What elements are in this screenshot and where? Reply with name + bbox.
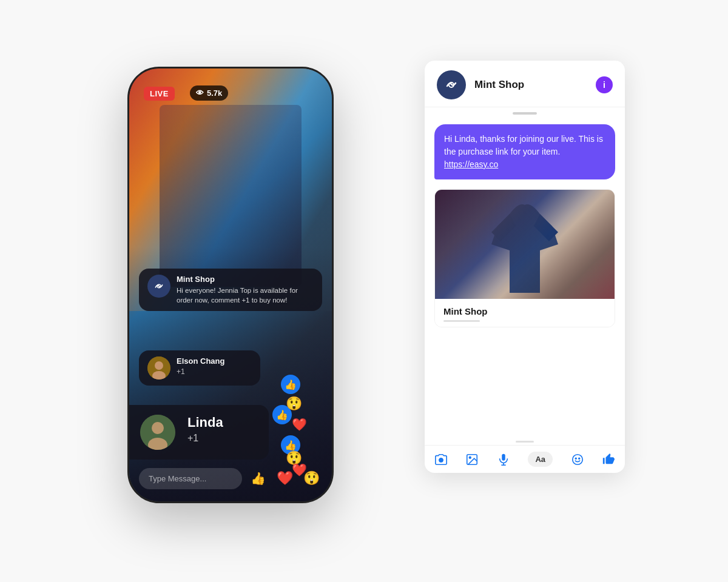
svg-point-3 xyxy=(155,361,163,370)
emoji-toolbar-icon[interactable] xyxy=(571,453,584,466)
text-input-button[interactable]: Aa xyxy=(528,452,553,467)
phone-volume-down-button xyxy=(127,221,129,255)
messenger-message-text: Hi Linda, thanks for joining our live. T… xyxy=(444,134,603,156)
messenger-messages-area: Hi Linda, thanks for joining our live. T… xyxy=(425,119,625,438)
svg-point-6 xyxy=(152,422,164,434)
image-toolbar-icon[interactable] xyxy=(465,453,479,466)
thumbsup-react-button[interactable]: 👍 xyxy=(247,467,269,489)
viewers-count: 5.7k xyxy=(207,89,222,98)
reaction-thumbsup-1: 👍 xyxy=(281,375,300,394)
elson-chat-name: Elson Chang xyxy=(177,356,252,366)
thumbsup-toolbar-icon[interactable] xyxy=(602,453,615,466)
live-badge: LIVE xyxy=(144,87,175,101)
product-name: Mint Shop xyxy=(443,306,606,316)
emoji-heart-2: ❤️ xyxy=(292,463,307,477)
info-button[interactable]: i xyxy=(596,76,613,93)
messenger-card: Mint Shop i Hi Linda, thanks for joining… xyxy=(425,61,625,473)
eye-icon: 👁 xyxy=(196,89,204,98)
linda-chat-bubble: Linda +1 xyxy=(129,405,269,460)
elson-chat-bubble: Elson Chang +1 xyxy=(139,350,260,386)
scene: LIVE 👁 5.7k Mint Shop Hi everyone! Jenn xyxy=(91,42,637,540)
mint-shop-chat-content: Mint Shop Hi everyone! Jennia Top is ava… xyxy=(177,275,314,305)
mic-toolbar-icon[interactable] xyxy=(497,453,510,466)
linda-chat-name: Linda xyxy=(187,415,223,430)
emoji-heart-1: ❤️ xyxy=(292,417,307,432)
bottom-scroll-indicator xyxy=(516,441,534,443)
svg-point-11 xyxy=(439,458,443,462)
svg-point-13 xyxy=(470,457,471,458)
viewers-badge: 👁 5.7k xyxy=(190,85,228,101)
mint-shop-avatar xyxy=(147,275,170,298)
phone-screen: LIVE 👁 5.7k Mint Shop Hi everyone! Jenn xyxy=(129,69,332,501)
scroll-indicator xyxy=(513,112,537,115)
elson-chat-content: Elson Chang +1 xyxy=(177,356,252,376)
phone-power-button xyxy=(332,166,334,208)
linda-chat-content: Linda +1 xyxy=(187,415,223,444)
messenger-shop-name: Mint Shop xyxy=(474,79,587,91)
product-label: Mint Shop xyxy=(435,299,615,327)
product-image xyxy=(435,190,615,299)
product-card: Mint Shop xyxy=(434,189,615,327)
messenger-toolbar[interactable]: Aa xyxy=(425,445,625,473)
mint-shop-chat-bubble: Mint Shop Hi everyone! Jennia Top is ava… xyxy=(139,269,322,311)
purchase-link[interactable]: https://easy.co xyxy=(444,159,498,169)
svg-point-18 xyxy=(575,458,576,459)
linda-chat-plus: +1 xyxy=(187,433,223,444)
linda-avatar xyxy=(140,415,175,450)
emoji-wow-1: 😲 xyxy=(286,396,302,412)
phone-mute-button xyxy=(127,147,129,172)
elson-avatar xyxy=(147,356,170,380)
camera-toolbar-icon[interactable] xyxy=(434,453,448,466)
phone-mockup: LIVE 👁 5.7k Mint Shop Hi everyone! Jenn xyxy=(127,67,334,503)
messenger-message-bubble: Hi Linda, thanks for joining our live. T… xyxy=(434,124,615,179)
messenger-header: Mint Shop i xyxy=(425,61,625,107)
mint-shop-chat-message: Hi everyone! Jennia Top is available for… xyxy=(177,286,314,305)
mint-shop-chat-name: Mint Shop xyxy=(177,275,314,284)
messenger-shop-avatar xyxy=(437,70,466,99)
svg-point-19 xyxy=(578,458,579,459)
message-input[interactable]: Type Message... xyxy=(139,468,242,489)
phone-volume-up-button xyxy=(127,181,129,214)
product-bar xyxy=(443,320,480,322)
svg-point-17 xyxy=(572,454,582,464)
elson-chat-plus: +1 xyxy=(177,367,252,376)
svg-rect-14 xyxy=(502,453,505,460)
